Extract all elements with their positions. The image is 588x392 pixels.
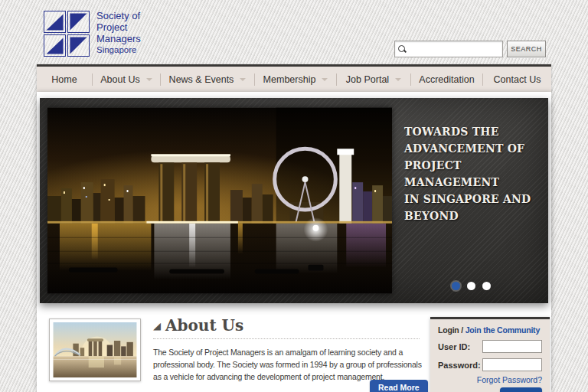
main-nav: Home About Us News & Events Membership J… (37, 64, 551, 92)
nav-label: Contact Us (494, 74, 541, 85)
search-icon (398, 45, 407, 54)
carousel-dot-1[interactable] (452, 282, 460, 290)
login-button[interactable]: LOGIN (500, 387, 542, 392)
login-title-text: Login / (438, 325, 463, 335)
chevron-down-icon (322, 78, 328, 81)
nav-item-job-portal[interactable]: Job Portal (337, 67, 410, 92)
nav-item-about-us[interactable]: About Us (93, 67, 160, 92)
carousel-dot-2[interactable] (467, 282, 475, 290)
chevron-down-icon (240, 78, 246, 81)
dotted-divider (153, 338, 420, 339)
logo-cell (67, 11, 90, 33)
carousel-dots (452, 282, 491, 290)
login-panel: Login / Join the Community User ID: Pass… (430, 317, 550, 392)
chevron-down-icon (395, 78, 401, 81)
nav-label: Accreditation (419, 74, 474, 85)
brand-text: Society of Project Managers Singapore (96, 10, 141, 56)
nav-item-contact-us[interactable]: Contact Us (483, 67, 551, 92)
hero-headline-line: TOWARDS THE (404, 123, 542, 140)
forgot-password-link[interactable]: Forgot Password? (438, 375, 542, 384)
hero-headline-line: PROJECT MANAGEMENT (404, 157, 542, 191)
carousel-dot-3[interactable] (482, 282, 491, 290)
hero-headline-line: ADVANCEMENT OF (404, 140, 542, 157)
about-heading-text: About Us (165, 316, 243, 335)
chevron-down-icon (146, 78, 152, 81)
spm-logo[interactable] (44, 11, 91, 57)
brand-line: Managers (96, 33, 141, 44)
nav-item-news-events[interactable]: News & Events (161, 67, 254, 92)
logo-triangle-icon (70, 37, 87, 54)
brand-country: Singapore (96, 44, 141, 56)
brand-line: Society of (96, 10, 141, 21)
logo-cell (67, 34, 90, 57)
nav-label: News & Events (169, 74, 234, 85)
join-community-link[interactable]: Join the Community (463, 325, 540, 335)
user-id-label: User ID: (438, 342, 482, 351)
nav-item-home[interactable]: Home (37, 67, 92, 92)
password-label: Password: (438, 361, 482, 370)
user-id-field[interactable] (482, 340, 542, 353)
hero-headline-line: IN SINGAPORE AND (404, 191, 542, 207)
nav-label: Job Portal (346, 74, 389, 85)
search-input[interactable] (410, 44, 499, 54)
password-field[interactable] (482, 358, 542, 371)
about-thumbnail[interactable] (49, 318, 141, 381)
nav-item-membership[interactable]: Membership (255, 67, 336, 92)
about-paragraph: The Society of Project Managers is an am… (153, 346, 427, 383)
logo-triangle-icon (46, 37, 64, 54)
nav-label: Home (51, 74, 77, 85)
about-section-title: ◢About Us (153, 316, 243, 335)
hero-headline: TOWARDS THE ADVANCEMENT OF PROJECT MANAG… (404, 123, 542, 224)
login-button-row: LOGIN (438, 387, 542, 392)
nav-label: About Us (100, 74, 139, 85)
search-button[interactable]: SEARCH (507, 41, 546, 57)
brand-line: Project (96, 21, 141, 33)
nav-label: Membership (263, 74, 316, 85)
search-box (394, 41, 503, 57)
read-more-button[interactable]: Read More (370, 380, 428, 392)
hero-headline-line: BEYOND (404, 207, 542, 224)
hero-photo-night-skyline (47, 107, 392, 294)
hero-banner: TOWARDS THE ADVANCEMENT OF PROJECT MANAG… (40, 98, 548, 303)
logo-triangle-icon (46, 13, 64, 31)
triangle-marker-icon: ◢ (153, 320, 161, 332)
password-row: Password: (438, 358, 542, 371)
logo-triangle-icon (70, 13, 87, 31)
logo-cell (44, 34, 66, 57)
user-id-row: User ID: (438, 340, 542, 353)
page: Society of Project Managers Singapore SE… (0, 0, 588, 392)
nav-item-accreditation[interactable]: Accreditation (411, 67, 482, 92)
logo-cell (44, 11, 66, 33)
login-panel-title: Login / Join the Community (438, 325, 542, 335)
